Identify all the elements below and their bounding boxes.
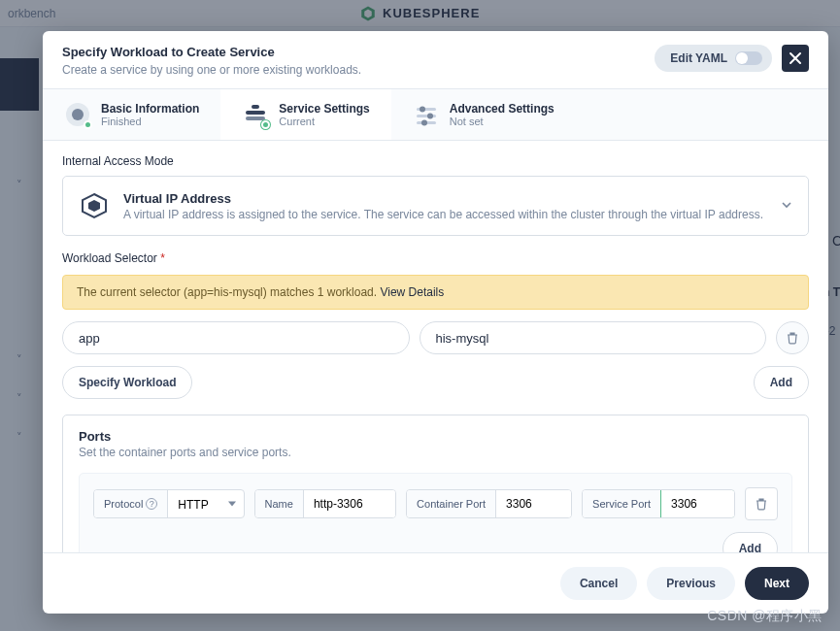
close-button[interactable]	[782, 45, 809, 72]
ports-title: Ports	[79, 429, 792, 444]
svg-point-8	[420, 107, 425, 113]
modal-header: Specify Workload to Create Service Creat…	[43, 31, 828, 89]
selector-actions: Specify Workload Add	[62, 366, 809, 399]
add-port-button[interactable]: Add	[722, 532, 778, 552]
add-selector-button[interactable]: Add	[754, 366, 809, 399]
step-service-settings[interactable]: Service Settings Current	[220, 89, 390, 140]
vip-desc: A virtual IP address is assigned to the …	[123, 208, 763, 221]
modal-footer: Cancel Previous Next	[43, 552, 828, 614]
previous-button[interactable]: Previous	[647, 567, 735, 600]
next-button[interactable]: Next	[745, 567, 809, 600]
view-details-link[interactable]: View Details	[380, 285, 444, 299]
vip-title: Virtual IP Address	[123, 191, 763, 206]
ports-inner: Protocol? HTTP Name Container Port Servi…	[79, 473, 792, 552]
vip-icon	[79, 190, 110, 221]
svg-rect-6	[252, 105, 259, 109]
workload-selector-label: Workload Selector	[62, 251, 809, 265]
edit-yaml-toggle[interactable]: Edit YAML	[655, 45, 772, 72]
watermark: CSDN @程序小黑	[707, 608, 823, 625]
help-icon[interactable]: ?	[146, 498, 157, 510]
step-basic-information[interactable]: Basic Information Finished	[43, 89, 220, 140]
modal-subtitle: Create a service by using one or more ex…	[62, 63, 361, 77]
step-service-icon	[242, 101, 269, 128]
close-icon	[789, 51, 802, 65]
container-port-field: Container Port	[406, 489, 572, 518]
svg-rect-4	[246, 111, 265, 115]
svg-marker-14	[88, 200, 100, 212]
port-name-field: Name	[254, 489, 397, 518]
port-row: Protocol? HTTP Name Container Port Servi…	[93, 487, 778, 520]
modal-body: Internal Access Mode Virtual IP Address …	[43, 141, 828, 552]
cancel-button[interactable]: Cancel	[560, 567, 637, 600]
chevron-down-icon	[781, 197, 792, 215]
selector-key-input[interactable]	[62, 321, 410, 354]
step-advanced-icon	[413, 101, 440, 128]
ports-card: Ports Set the container ports and servic…	[62, 415, 809, 552]
selector-value-input[interactable]	[420, 321, 767, 354]
step-basic-icon	[64, 101, 91, 128]
svg-rect-5	[246, 116, 265, 120]
trash-icon	[755, 497, 768, 511]
service-port-input[interactable]	[660, 489, 735, 518]
container-port-input[interactable]	[496, 490, 572, 517]
svg-point-3	[72, 109, 84, 120]
protocol-select[interactable]: HTTP	[168, 498, 244, 512]
delete-port-button[interactable]	[745, 487, 778, 520]
delete-selector-button[interactable]	[776, 321, 809, 354]
svg-point-12	[421, 120, 427, 126]
port-name-input[interactable]	[304, 490, 396, 517]
create-service-modal: Specify Workload to Create Service Creat…	[43, 31, 828, 614]
ports-sub: Set the container ports and service port…	[79, 446, 792, 459]
svg-point-10	[427, 114, 433, 119]
selector-match-notice: The current selector (app=his-mysql) mat…	[62, 275, 809, 310]
trash-icon	[786, 331, 799, 345]
protocol-field: Protocol? HTTP	[93, 489, 245, 518]
step-advanced-settings[interactable]: Advanced Settings Not set	[391, 89, 576, 140]
wizard-steps: Basic Information Finished Service Setti…	[43, 89, 828, 141]
service-port-field: Service Port	[582, 489, 735, 518]
selector-row	[62, 321, 809, 354]
specify-workload-button[interactable]: Specify Workload	[62, 366, 192, 399]
internal-access-mode-label: Internal Access Mode	[62, 154, 809, 168]
modal-title: Specify Workload to Create Service	[62, 45, 361, 59]
toggle-icon	[735, 51, 762, 65]
internal-access-mode-card[interactable]: Virtual IP Address A virtual IP address …	[62, 176, 809, 236]
